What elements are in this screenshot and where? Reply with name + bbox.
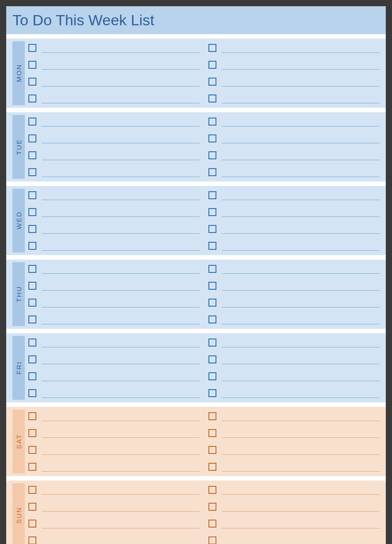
write-line[interactable] [42,364,200,364]
checkbox[interactable] [28,355,36,363]
write-line[interactable] [42,126,200,126]
checkbox[interactable] [28,299,36,307]
checkbox[interactable] [208,168,216,176]
write-line[interactable] [222,364,380,364]
write-line[interactable] [222,273,380,274]
write-line[interactable] [222,528,380,528]
checkbox[interactable] [208,412,216,420]
checkbox[interactable] [208,282,216,290]
write-line[interactable] [222,143,380,143]
checkbox[interactable] [28,78,36,86]
write-line[interactable] [222,52,380,53]
write-line[interactable] [42,471,200,472]
write-line[interactable] [42,177,200,177]
write-line[interactable] [222,233,380,234]
write-line[interactable] [222,381,380,381]
write-line[interactable] [222,290,380,291]
checkbox[interactable] [28,429,36,437]
write-line[interactable] [42,381,200,381]
checkbox[interactable] [28,168,36,176]
checkbox[interactable] [208,446,216,454]
write-line[interactable] [222,398,380,398]
checkbox[interactable] [208,355,216,363]
write-line[interactable] [222,347,380,347]
checkbox[interactable] [28,520,36,528]
write-line[interactable] [222,438,380,438]
checkbox[interactable] [28,225,36,233]
checkbox[interactable] [28,486,36,494]
write-line[interactable] [42,160,200,160]
checkbox[interactable] [208,503,216,511]
write-line[interactable] [42,347,200,347]
write-line[interactable] [42,438,200,438]
checkbox[interactable] [208,486,216,494]
write-line[interactable] [42,290,200,291]
checkbox[interactable] [28,282,36,290]
write-line[interactable] [42,494,200,495]
checkbox[interactable] [208,389,216,397]
write-line[interactable] [42,324,200,324]
checkbox[interactable] [28,315,36,323]
checkbox[interactable] [28,503,36,511]
checkbox[interactable] [208,265,216,273]
write-line[interactable] [222,103,380,103]
checkbox[interactable] [208,118,216,126]
checkbox[interactable] [28,118,36,126]
write-line[interactable] [222,126,380,126]
write-line[interactable] [222,69,380,70]
write-line[interactable] [222,454,380,455]
write-line[interactable] [42,421,200,421]
checkbox[interactable] [208,208,216,216]
checkbox[interactable] [208,315,216,323]
write-line[interactable] [222,511,380,512]
checkbox[interactable] [208,339,216,347]
checkbox[interactable] [208,463,216,471]
write-line[interactable] [222,86,380,87]
write-line[interactable] [42,69,200,70]
write-line[interactable] [42,250,200,251]
checkbox[interactable] [208,78,216,86]
checkbox[interactable] [208,242,216,250]
checkbox[interactable] [208,95,216,102]
write-line[interactable] [222,494,380,495]
checkbox[interactable] [28,339,36,347]
write-line[interactable] [222,324,380,324]
write-line[interactable] [42,52,200,53]
checkbox[interactable] [28,208,36,216]
checkbox[interactable] [28,446,36,454]
write-line[interactable] [42,217,200,217]
checkbox[interactable] [28,134,36,142]
write-line[interactable] [222,421,380,421]
write-line[interactable] [42,233,200,234]
write-line[interactable] [222,217,380,217]
checkbox[interactable] [28,389,36,397]
write-line[interactable] [42,398,200,398]
checkbox[interactable] [208,191,216,199]
checkbox[interactable] [208,134,216,142]
checkbox[interactable] [28,191,36,199]
checkbox[interactable] [208,151,216,159]
write-line[interactable] [42,200,200,200]
checkbox[interactable] [208,536,216,544]
write-line[interactable] [42,103,200,103]
checkbox[interactable] [28,242,36,250]
write-line[interactable] [42,143,200,143]
write-line[interactable] [222,471,380,472]
checkbox[interactable] [28,61,36,69]
checkbox[interactable] [208,429,216,437]
write-line[interactable] [222,200,380,200]
checkbox[interactable] [28,44,36,52]
write-line[interactable] [222,307,380,307]
write-line[interactable] [222,250,380,251]
checkbox[interactable] [28,95,36,102]
write-line[interactable] [222,160,380,160]
write-line[interactable] [42,511,200,512]
write-line[interactable] [42,528,200,528]
checkbox[interactable] [208,299,216,307]
checkbox[interactable] [28,151,36,159]
checkbox[interactable] [208,372,216,380]
write-line[interactable] [222,177,380,177]
checkbox[interactable] [208,225,216,233]
write-line[interactable] [42,307,200,307]
write-line[interactable] [42,86,200,87]
